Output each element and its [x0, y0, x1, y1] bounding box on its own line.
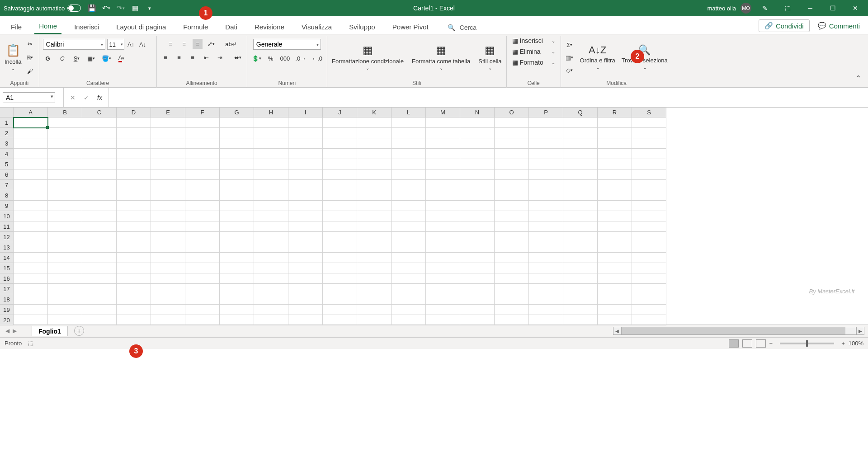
- cell[interactable]: [48, 232, 82, 242]
- cell[interactable]: [185, 159, 220, 169]
- cell[interactable]: [357, 305, 392, 315]
- paste-button[interactable]: 📋 Incolla ⌄: [4, 43, 23, 72]
- macro-record-icon[interactable]: ⬚: [28, 340, 33, 347]
- cell[interactable]: [117, 149, 151, 159]
- cell[interactable]: [151, 149, 185, 159]
- cell[interactable]: [357, 169, 392, 180]
- cell[interactable]: [48, 201, 82, 211]
- cell[interactable]: [529, 190, 563, 201]
- fill-color-icon[interactable]: 🪣▾: [101, 53, 112, 63]
- cell[interactable]: [357, 263, 392, 273]
- cell[interactable]: [563, 118, 598, 128]
- page-break-view-icon[interactable]: [756, 339, 766, 348]
- cell[interactable]: [460, 242, 495, 253]
- cell[interactable]: [48, 263, 82, 273]
- normal-view-icon[interactable]: [729, 339, 739, 348]
- cell[interactable]: [392, 118, 426, 128]
- column-header[interactable]: H: [254, 108, 288, 118]
- cell[interactable]: [48, 190, 82, 201]
- row-header[interactable]: 1: [0, 118, 14, 128]
- zoom-out-icon[interactable]: −: [769, 340, 773, 347]
- currency-icon[interactable]: 💲▾: [251, 53, 262, 63]
- cell[interactable]: [82, 315, 117, 325]
- row-header[interactable]: 13: [0, 242, 14, 253]
- row-header[interactable]: 18: [0, 294, 14, 305]
- cell[interactable]: [323, 221, 357, 232]
- cell[interactable]: [392, 149, 426, 159]
- cell[interactable]: [220, 118, 254, 128]
- touch-mode-icon[interactable]: ▦: [131, 4, 140, 13]
- cell[interactable]: [426, 169, 460, 180]
- cell[interactable]: [151, 221, 185, 232]
- cell[interactable]: [82, 211, 117, 221]
- cell[interactable]: [529, 242, 563, 253]
- cell[interactable]: [48, 128, 82, 138]
- cell[interactable]: [323, 273, 357, 284]
- cell[interactable]: [151, 263, 185, 273]
- cell[interactable]: [460, 294, 495, 305]
- decrease-font-icon[interactable]: A↓: [138, 39, 148, 49]
- cell[interactable]: [151, 169, 185, 180]
- cell[interactable]: [82, 159, 117, 169]
- cell[interactable]: [14, 294, 48, 305]
- cell[interactable]: [426, 294, 460, 305]
- cell[interactable]: [254, 284, 288, 294]
- row-header[interactable]: 14: [0, 253, 14, 263]
- cell[interactable]: [117, 128, 151, 138]
- cell[interactable]: [632, 211, 666, 221]
- cell[interactable]: [598, 118, 632, 128]
- column-header[interactable]: M: [426, 108, 460, 118]
- cell[interactable]: [598, 263, 632, 273]
- cell[interactable]: [254, 190, 288, 201]
- cell[interactable]: [117, 305, 151, 315]
- cell[interactable]: [117, 190, 151, 201]
- increase-indent-icon[interactable]: ⇥: [215, 52, 225, 62]
- cell[interactable]: [254, 263, 288, 273]
- scroll-left-icon[interactable]: ◀: [613, 327, 621, 335]
- clear-icon[interactable]: ◇▾: [565, 65, 575, 75]
- font-select[interactable]: Calibri: [43, 39, 105, 50]
- cell[interactable]: [82, 118, 117, 128]
- cell[interactable]: [82, 221, 117, 232]
- cell[interactable]: [563, 305, 598, 315]
- cell[interactable]: [426, 315, 460, 325]
- number-format-select[interactable]: Generale: [253, 39, 321, 50]
- cell[interactable]: [563, 253, 598, 263]
- maximize-icon[interactable]: ☐: [824, 2, 842, 14]
- column-header[interactable]: L: [392, 108, 426, 118]
- cell[interactable]: [598, 305, 632, 315]
- italic-button[interactable]: C: [57, 53, 67, 63]
- cell[interactable]: [288, 211, 323, 221]
- cell[interactable]: [185, 242, 220, 253]
- tab-visualizza[interactable]: Visualizza: [297, 19, 336, 34]
- column-header[interactable]: D: [117, 108, 151, 118]
- cell[interactable]: [632, 190, 666, 201]
- row-header[interactable]: 6: [0, 169, 14, 180]
- align-bottom-icon[interactable]: ≡: [193, 39, 203, 49]
- cell[interactable]: [220, 221, 254, 232]
- format-table-button[interactable]: ▦ Formatta come tabella⌄: [411, 44, 471, 71]
- comments-button[interactable]: 💬 Commenti: [814, 19, 863, 32]
- cell[interactable]: [288, 253, 323, 263]
- cell[interactable]: [323, 211, 357, 221]
- cell[interactable]: [151, 315, 185, 325]
- cell[interactable]: [598, 149, 632, 159]
- cell[interactable]: [598, 180, 632, 190]
- cell[interactable]: [82, 201, 117, 211]
- cell[interactable]: [426, 128, 460, 138]
- autosum-icon[interactable]: Σ▾: [565, 40, 575, 50]
- cell[interactable]: [14, 180, 48, 190]
- cell[interactable]: [323, 138, 357, 149]
- cell[interactable]: [185, 211, 220, 221]
- cell[interactable]: [185, 315, 220, 325]
- cell[interactable]: [288, 242, 323, 253]
- cell[interactable]: [357, 294, 392, 305]
- cell[interactable]: [529, 273, 563, 284]
- cell[interactable]: [117, 294, 151, 305]
- copy-icon[interactable]: ⎘▾: [25, 52, 35, 62]
- cell[interactable]: [563, 190, 598, 201]
- align-center-icon[interactable]: ≡: [174, 52, 184, 62]
- cell[interactable]: [632, 294, 666, 305]
- cell[interactable]: [598, 284, 632, 294]
- row-header[interactable]: 11: [0, 221, 14, 232]
